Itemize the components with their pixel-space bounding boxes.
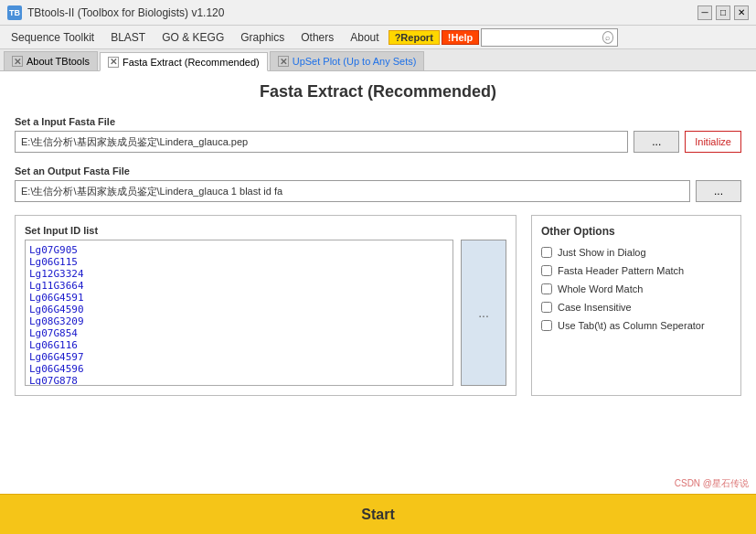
checkbox-row-case: Case Insensitive <box>541 302 731 313</box>
menu-about[interactable]: About <box>343 29 386 46</box>
search-box: ⌕ <box>481 28 618 47</box>
output-fasta-label: Set an Output Fasta File <box>15 166 741 176</box>
checkbox-label-dialog: Just Show in Dialog <box>558 247 646 258</box>
checkbox-pattern-match[interactable] <box>541 265 552 276</box>
id-list-section: Set Input ID list Lg07G905 Lg06G115 Lg12… <box>15 215 516 396</box>
menu-graphics[interactable]: Graphics <box>233 29 292 46</box>
tab-close-upset[interactable]: ✕ <box>278 56 289 67</box>
start-bar: Start <box>0 494 756 534</box>
search-input[interactable] <box>485 32 600 43</box>
tab-fasta-extract[interactable]: ✕ Fasta Extract (Recommended) <box>100 52 268 71</box>
menu-sequence-toolkit[interactable]: Sequence Toolkit <box>4 29 101 46</box>
output-fasta-section: Set an Output Fasta File ... <box>15 166 741 202</box>
checkbox-row-whole-word: Whole Word Match <box>541 283 731 294</box>
title-bar: TB TBtools-II (Toolbox for Biologists) v… <box>0 0 756 26</box>
tab-close-fasta[interactable]: ✕ <box>108 57 119 68</box>
search-icon: ⌕ <box>602 31 614 44</box>
output-fasta-field[interactable] <box>15 180 690 202</box>
tab-upset-plot[interactable]: ✕ UpSet Plot (Up to Any Sets) <box>270 51 425 70</box>
checkbox-row-pattern: Fasta Header Pattern Match <box>541 265 731 276</box>
close-button[interactable]: ✕ <box>734 5 749 20</box>
help-button[interactable]: !Help <box>442 30 480 45</box>
menu-go-kegg[interactable]: GO & KEGG <box>154 29 231 46</box>
tab-label-upset: UpSet Plot (Up to Any Sets) <box>293 56 417 67</box>
checkbox-row-dialog: Just Show in Dialog <box>541 247 731 258</box>
report-button[interactable]: ?Report <box>389 30 440 45</box>
checkbox-whole-word[interactable] <box>541 283 552 294</box>
tab-label-fasta: Fasta Extract (Recommended) <box>122 57 260 68</box>
id-list-label: Set Input ID list <box>25 225 506 236</box>
checkbox-row-tab: Use Tab(\t) as Column Seperator <box>541 320 731 331</box>
checkbox-label-tab: Use Tab(\t) as Column Seperator <box>558 320 705 331</box>
checkbox-just-show[interactable] <box>541 247 552 258</box>
window-controls: ─ □ ✕ <box>697 5 749 20</box>
menu-others[interactable]: Others <box>293 29 341 46</box>
content-area: Fasta Extract (Recommended) Set a Input … <box>0 71 756 494</box>
minimize-button[interactable]: ─ <box>697 5 712 20</box>
checkbox-label-whole-word: Whole Word Match <box>558 283 643 294</box>
output-fasta-row: ... <box>15 180 741 202</box>
id-list-browse-button[interactable]: ... <box>461 240 506 386</box>
output-fasta-browse-button[interactable]: ... <box>696 180 741 202</box>
tab-label-about: About TBtools <box>27 56 90 67</box>
initialize-button[interactable]: Initialize <box>685 131 741 153</box>
menu-blast[interactable]: BLAST <box>103 29 153 46</box>
tab-close-about[interactable]: ✕ <box>12 56 23 67</box>
app-title: TBtools-II (Toolbox for Biologists) v1.1… <box>27 6 224 19</box>
menu-bar: Sequence Toolkit BLAST GO & KEGG Graphic… <box>0 26 756 49</box>
input-fasta-section: Set a Input Fasta File ... Initialize <box>15 116 741 153</box>
tab-about-tbtools[interactable]: ✕ About TBtools <box>4 51 98 70</box>
input-fasta-row: ... Initialize <box>15 131 741 153</box>
tab-bar: ✕ About TBtools ✕ Fasta Extract (Recomme… <box>0 49 756 71</box>
other-options-section: Other Options Just Show in Dialog Fasta … <box>531 215 741 396</box>
id-list-textarea[interactable]: Lg07G905 Lg06G115 Lg12G3324 Lg11G3664 Lg… <box>25 240 453 386</box>
id-list-inner: Lg07G905 Lg06G115 Lg12G3324 Lg11G3664 Lg… <box>25 240 506 386</box>
checkbox-case-insensitive[interactable] <box>541 302 552 313</box>
other-options-title: Other Options <box>541 225 731 238</box>
two-col-section: Set Input ID list Lg07G905 Lg06G115 Lg12… <box>15 215 741 396</box>
checkbox-label-pattern: Fasta Header Pattern Match <box>558 265 684 276</box>
title-bar-left: TB TBtools-II (Toolbox for Biologists) v… <box>7 5 224 20</box>
page-title: Fasta Extract (Recommended) <box>15 82 741 101</box>
input-fasta-field[interactable] <box>15 131 628 153</box>
app-icon: TB <box>7 5 22 20</box>
maximize-button[interactable]: □ <box>716 5 730 20</box>
watermark: CSDN @星石传说 <box>675 477 749 490</box>
input-fasta-browse-button[interactable]: ... <box>634 131 679 153</box>
start-button[interactable]: Start <box>0 495 756 534</box>
checkbox-label-case: Case Insensitive <box>558 302 632 313</box>
app-window: TB TBtools-II (Toolbox for Biologists) v… <box>0 0 756 534</box>
input-fasta-label: Set a Input Fasta File <box>15 116 741 127</box>
checkbox-tab-separator[interactable] <box>541 320 552 331</box>
